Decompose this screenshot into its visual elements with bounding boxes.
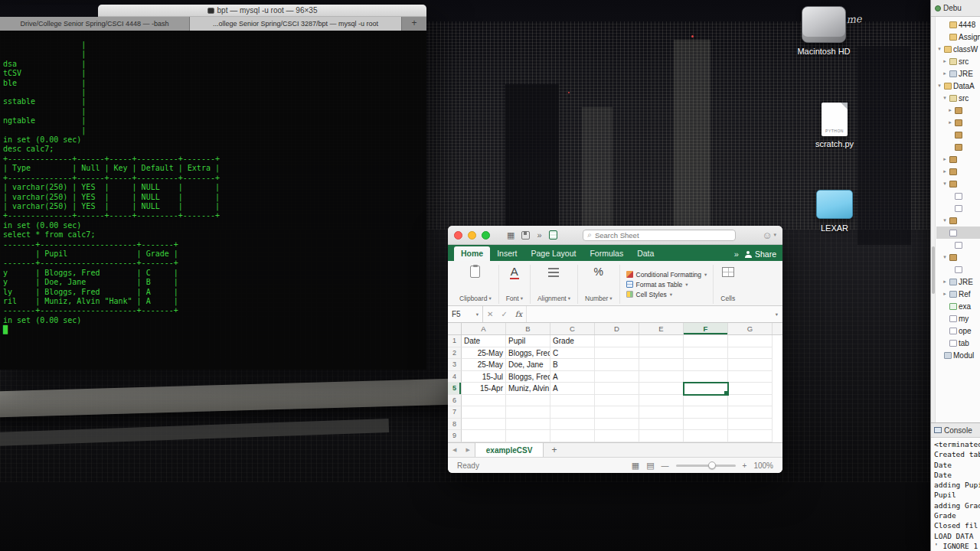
tree-expand-icon[interactable]: ▸ [942,291,948,297]
cell-C8[interactable] [550,419,595,431]
cell-F3[interactable] [684,359,728,371]
conditional-formatting-button[interactable]: Conditional Formatting ▾ [626,271,707,279]
tree-expand-icon[interactable]: ▾ [942,254,948,260]
tree-expand-icon[interactable]: ▸ [947,119,953,126]
tree-expand-icon[interactable]: ▾ [942,217,948,223]
tree-item-dataa[interactable]: ▾DataA [936,80,980,92]
ribbon-tab-insert[interactable]: Insert [490,246,524,261]
cell-F5[interactable] [684,383,728,395]
cell-G5[interactable] [728,383,773,395]
cell-A4[interactable]: 15-Jul [462,371,506,383]
tree-item[interactable]: ▸ [936,104,980,116]
name-box[interactable]: F5 ▾ [448,306,483,322]
cell-D2[interactable] [595,347,639,360]
package-explorer-scrollbar[interactable] [931,17,936,422]
cell-G8[interactable] [728,419,773,431]
share-button[interactable]: Share [745,249,776,259]
tree-item[interactable] [936,129,980,141]
cell-F9[interactable] [684,430,728,442]
cell-B3[interactable]: Doe, Jane [506,359,550,371]
ribbon-tab-home[interactable]: Home [454,246,490,261]
zoom-in-icon[interactable]: + [743,461,747,470]
cell-E4[interactable] [639,371,684,383]
cell-D9[interactable] [595,430,639,442]
cell-F8[interactable] [684,419,728,431]
cell-E3[interactable] [639,359,684,371]
tree-item-jre[interactable]: ▸JRE [936,67,980,80]
cell-A1[interactable]: Date [462,335,506,347]
tree-item-modul[interactable]: Modul [936,349,980,361]
chevron-down-icon[interactable]: ▾ [771,311,782,318]
tree-expand-icon[interactable]: ▸ [942,70,948,77]
zoom-slider[interactable] [676,465,736,467]
console-output[interactable]: <terminated:Created tabDateDateadding Pu… [934,439,980,551]
console-tab[interactable]: Console [931,422,980,438]
close-button[interactable] [454,231,462,240]
cell-A5[interactable]: 15-Apr [462,383,506,395]
row-header-2[interactable]: 2 [448,347,462,360]
ribbon-group-clipboard[interactable]: Clipboard▾ [452,265,499,304]
cell-E2[interactable] [639,347,684,360]
ribbon-tab-formulas[interactable]: Formulas [583,246,630,261]
row-header-8[interactable]: 8 [448,419,462,431]
normal-view-icon[interactable]: ▦ [632,461,639,471]
tree-item-src[interactable]: ▸src [936,55,980,67]
terminal-tab-1[interactable]: Drive/College Senior Spring/CSCI 4448 — … [0,17,190,31]
tree-item-4448[interactable]: 4448 [936,18,980,31]
cell-A7[interactable] [462,406,506,419]
cell-D1[interactable] [595,335,639,347]
zoom-button[interactable] [482,231,490,240]
new-tab-button[interactable]: + [402,17,426,31]
column-header-F[interactable]: F [684,323,728,334]
tree-item-src[interactable]: ▾src [936,92,980,104]
cell-F7[interactable] [684,406,728,419]
search-input[interactable] [595,231,731,240]
tree-item[interactable] [936,190,980,202]
new-workbook-icon[interactable] [549,230,557,240]
cell-A6[interactable] [462,395,506,407]
feedback-smiley-button[interactable]: ☺ ▾ [762,230,776,241]
tree-expand-icon[interactable]: ▸ [942,156,948,162]
terminal-tab-2[interactable]: ...ollege Senior Spring/CSCI 3287/bpt — … [190,17,402,31]
view-grid-icon[interactable]: ▦ [507,230,514,240]
desktop-icon-scratch-py[interactable]: PYTHON scratch.py [801,103,868,148]
cell-E6[interactable] [639,395,684,407]
cell-D8[interactable] [595,419,639,431]
cell-C2[interactable]: C [550,347,595,360]
cell-D7[interactable] [595,406,639,419]
cell-G6[interactable] [728,395,773,407]
toolbar-overflow-icon[interactable]: » [537,230,541,240]
row-header-5[interactable]: 5 [448,383,462,395]
tree-item[interactable]: ▾ [936,251,980,263]
search-field[interactable]: ⌕ [583,230,736,241]
tree-item[interactable]: ▾ [936,178,980,190]
tree-item[interactable] [936,141,980,153]
cell-F2[interactable] [684,347,728,360]
tree-item[interactable] [936,263,980,276]
cell-B9[interactable] [506,430,550,442]
tree-item[interactable] [936,202,980,214]
sheet-prev-icon[interactable]: ◀ [448,447,461,453]
cell-B2[interactable]: Bloggs, Fred [506,347,550,360]
format-as-table-button[interactable]: Format as Table ▾ [626,281,707,289]
minimize-button[interactable] [468,231,476,240]
ribbon-group-cells[interactable]: Cells [714,265,742,304]
cell-F1[interactable] [684,335,728,347]
tree-item[interactable]: ▸ [936,116,980,129]
ribbon-group-font[interactable]: A Font▾ [499,265,531,304]
add-sheet-button[interactable]: + [544,445,564,455]
row-header-1[interactable]: 1 [448,335,462,347]
cell-styles-button[interactable]: Cell Styles ▾ [626,291,707,298]
tree-item-ref[interactable]: ▸Ref [936,288,980,300]
cell-E7[interactable] [639,406,684,419]
tree-expand-icon[interactable]: ▾ [936,46,942,52]
tree-item[interactable] [936,239,980,251]
page-layout-view-icon[interactable]: ▤ [646,461,654,471]
cell-B8[interactable] [506,419,550,431]
tree-expand-icon[interactable]: ▾ [942,95,948,101]
cell-C3[interactable]: B [550,359,595,371]
cell-B4[interactable]: Bloggs, Fred [506,371,550,383]
tree-item[interactable]: ▾ [936,214,980,227]
cell-C6[interactable] [550,395,595,407]
function-icon[interactable]: fx [511,310,526,318]
